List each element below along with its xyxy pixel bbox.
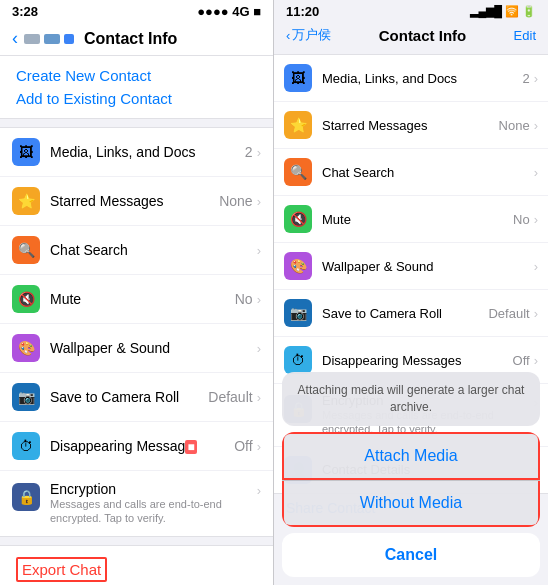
- wifi-icon: 🛜: [505, 5, 519, 18]
- chevron-icon: ›: [534, 259, 538, 274]
- media-icon: 🖼: [12, 138, 40, 166]
- list-item[interactable]: 🎨 Wallpaper & Sound ›: [0, 324, 273, 373]
- list-item[interactable]: 🖼 Media, Links, and Docs 2 ›: [0, 128, 273, 177]
- square2: [44, 34, 60, 44]
- list-item[interactable]: 🔍 Chat Search ›: [0, 226, 273, 275]
- right-nav-back[interactable]: ‹ 万户侯: [286, 26, 331, 44]
- item-label: Disappearing Messag■: [50, 438, 234, 454]
- export-chat-item[interactable]: Export Chat: [0, 546, 273, 585]
- chevron-icon: ›: [257, 243, 261, 258]
- item-value: Off: [234, 438, 252, 454]
- item-label: Media, Links, and Docs: [322, 71, 522, 86]
- item-label: Starred Messages: [322, 118, 499, 133]
- chevron-icon: ›: [534, 165, 538, 180]
- time-left: 3:28: [12, 4, 38, 19]
- starred-icon-r: ⭐: [284, 111, 312, 139]
- item-label: Save to Camera Roll: [50, 389, 208, 405]
- left-nav-title: Contact Info: [84, 30, 177, 48]
- chevron-icon: ›: [257, 341, 261, 356]
- time-right: 11:20: [286, 4, 319, 19]
- search-icon-r: 🔍: [284, 158, 312, 186]
- item-value: Off: [513, 353, 530, 368]
- item-label: Disappearing Messages: [322, 353, 513, 368]
- right-nav-title: Contact Info: [379, 27, 467, 44]
- item-value: 2: [245, 144, 253, 160]
- chevron-icon: ›: [534, 212, 538, 227]
- starred-icon: ⭐: [12, 187, 40, 215]
- encryption-description: Messages and calls are end-to-end encryp…: [50, 497, 257, 526]
- action-sheet-info: Attaching media will generate a larger c…: [282, 372, 540, 426]
- encryption-icon: 🔒: [12, 483, 40, 511]
- item-label: Chat Search: [50, 242, 257, 258]
- item-label: Starred Messages: [50, 193, 219, 209]
- nav-squares: [24, 34, 74, 44]
- item-label: Media, Links, and Docs: [50, 144, 245, 160]
- wallpaper-icon: 🎨: [12, 334, 40, 362]
- list-item[interactable]: 🔒 Encryption Messages and calls are end-…: [0, 471, 273, 536]
- cancel-button[interactable]: Cancel: [282, 533, 540, 577]
- item-label: Chat Search: [322, 165, 534, 180]
- left-nav: ‹ Contact Info: [0, 22, 273, 56]
- right-nav-back-label: 万户侯: [292, 26, 331, 44]
- chevron-icon: ›: [257, 439, 261, 454]
- right-list-item[interactable]: 📷 Save to Camera Roll Default ›: [274, 290, 548, 337]
- left-actions: Create New Contact Add to Existing Conta…: [0, 56, 273, 119]
- danger-section: Export Chat Clear Chat Block Contact Rep…: [0, 545, 273, 585]
- chevron-icon: ›: [257, 145, 261, 160]
- mute-icon-r: 🔇: [284, 205, 312, 233]
- chevron-icon: ›: [257, 194, 261, 209]
- chevron-icon: ›: [534, 118, 538, 133]
- right-list-item[interactable]: 🔇 Mute No ›: [274, 196, 548, 243]
- item-value: No: [513, 212, 530, 227]
- left-section-list: 🖼 Media, Links, and Docs 2 › ⭐ Starred M…: [0, 127, 273, 537]
- status-bar-right: 11:20 ▂▄▆█ 🛜 🔋: [274, 0, 548, 22]
- item-value: None: [219, 193, 252, 209]
- right-list-item[interactable]: 🎨 Wallpaper & Sound ›: [274, 243, 548, 290]
- camera-roll-icon: 📷: [12, 383, 40, 411]
- action-sheet-info-text: Attaching media will generate a larger c…: [298, 383, 525, 414]
- square1: [24, 34, 40, 44]
- list-item[interactable]: 📷 Save to Camera Roll Default ›: [0, 373, 273, 422]
- chevron-icon: ›: [534, 353, 538, 368]
- right-nav-edit[interactable]: Edit: [514, 28, 536, 43]
- right-nav: ‹ 万户侯 Contact Info Edit: [274, 22, 548, 48]
- right-list-item[interactable]: ⭐ Starred Messages None ›: [274, 102, 548, 149]
- search-icon: 🔍: [12, 236, 40, 264]
- item-label: Wallpaper & Sound: [322, 259, 534, 274]
- chevron-icon: ›: [257, 292, 261, 307]
- chevron-icon: ›: [257, 483, 261, 498]
- wallpaper-icon-r: 🎨: [284, 252, 312, 280]
- left-panel: 3:28 ●●●● 4G ■ ‹ Contact Info Create New…: [0, 0, 274, 585]
- item-value: No: [235, 291, 253, 307]
- status-icons-right: ▂▄▆█ 🛜 🔋: [470, 5, 536, 18]
- item-value: None: [499, 118, 530, 133]
- disappearing-icon: ⏱: [12, 432, 40, 460]
- list-item[interactable]: ⏱ Disappearing Messag■ Off ›: [0, 422, 273, 471]
- create-new-contact-link[interactable]: Create New Contact: [16, 64, 257, 87]
- chevron-icon: ›: [534, 306, 538, 321]
- signal-left: ●●●● 4G ■: [197, 4, 261, 19]
- list-item[interactable]: ⭐ Starred Messages None ›: [0, 177, 273, 226]
- right-list-item[interactable]: 🖼 Media, Links, and Docs 2 ›: [274, 55, 548, 102]
- item-label: Save to Camera Roll: [322, 306, 488, 321]
- chevron-icon: ›: [534, 71, 538, 86]
- item-value: Default: [208, 389, 252, 405]
- status-bar-left: 3:28 ●●●● 4G ■: [0, 0, 273, 22]
- item-label: Encryption: [50, 481, 257, 497]
- list-item[interactable]: 🔇 Mute No ›: [0, 275, 273, 324]
- item-label: Mute: [50, 291, 235, 307]
- back-arrow-icon[interactable]: ‹: [12, 28, 18, 49]
- square3: [64, 34, 74, 44]
- media-icon-r: 🖼: [284, 64, 312, 92]
- add-to-existing-contact-link[interactable]: Add to Existing Contact: [16, 87, 257, 110]
- item-value: 2: [522, 71, 529, 86]
- export-chat-label[interactable]: Export Chat: [16, 557, 107, 582]
- right-panel: 11:20 ▂▄▆█ 🛜 🔋 ‹ 万户侯 Contact Info Edit 🖼…: [274, 0, 548, 585]
- battery-icon: 🔋: [522, 5, 536, 18]
- without-media-button[interactable]: Without Media: [282, 481, 540, 527]
- disappearing-icon-r: ⏱: [284, 346, 312, 374]
- right-list-item[interactable]: 🔍 Chat Search ›: [274, 149, 548, 196]
- attach-media-button[interactable]: Attach Media: [282, 432, 540, 480]
- action-sheet-group: Attach Media Without Media: [282, 432, 540, 527]
- action-sheet-overlay: Attaching media will generate a larger c…: [274, 372, 548, 585]
